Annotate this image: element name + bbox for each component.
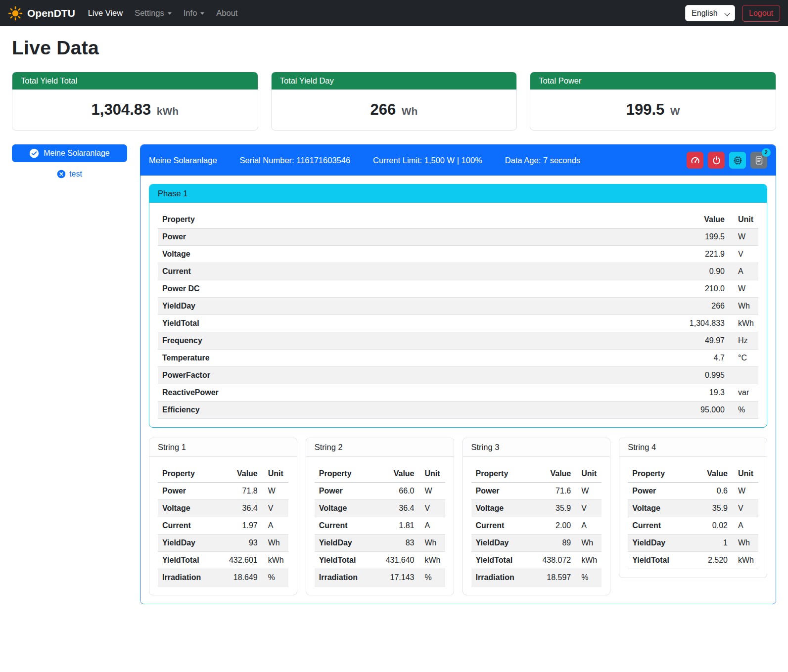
row-property: Power <box>628 483 691 500</box>
summary-value: 1,304.83 <box>92 101 151 118</box>
limit-settings-button[interactable] <box>687 152 703 169</box>
table-row: YieldTotal 431.640 kWh <box>315 552 445 569</box>
table-row: Current 0.90 A <box>158 263 758 280</box>
col-unit: Unit <box>262 465 288 483</box>
string-table: Property Value Unit Power <box>158 465 288 586</box>
row-unit: % <box>419 569 445 586</box>
row-value: 19.3 <box>499 384 729 402</box>
event-log-button[interactable]: 2 <box>750 152 767 169</box>
row-value: 432.601 <box>216 552 262 569</box>
string-table-head: Property Value Unit <box>315 465 445 483</box>
summary-unit: kWh <box>157 105 179 117</box>
row-value: 2.00 <box>529 517 575 535</box>
row-unit: var <box>729 384 758 402</box>
panel-actions: 2 <box>687 152 767 169</box>
row-property: Current <box>628 517 691 535</box>
row-unit: Wh <box>575 535 602 552</box>
row-unit: °C <box>729 350 758 367</box>
string-table-body: Power 71.8 W Voltage 36.4 V <box>158 483 288 586</box>
row-value: 95.000 <box>499 402 729 419</box>
cpu-icon <box>733 156 742 165</box>
inverter-name: Meine Solaranlage <box>149 156 217 165</box>
navbar: OpenDTU Live View Settings Info About En… <box>0 0 788 26</box>
row-unit: % <box>729 402 758 419</box>
table-row: YieldDay 1 Wh <box>628 535 758 552</box>
string-table-body: Power 0.6 W Voltage 35.9 V <box>628 483 758 569</box>
row-property: YieldDay <box>158 535 216 552</box>
col-property: Property <box>471 465 530 483</box>
table-header-row: Property Value Unit <box>471 465 602 483</box>
row-property: Current <box>471 517 530 535</box>
row-property: YieldTotal <box>315 552 373 569</box>
row-property: YieldDay <box>471 535 530 552</box>
row-property: Power <box>471 483 530 500</box>
col-value: Value <box>529 465 575 483</box>
row-value: 0.995 <box>499 367 729 384</box>
row-value: 35.9 <box>691 500 732 517</box>
row-property: Voltage <box>158 500 216 517</box>
row-value: 71.8 <box>216 483 262 500</box>
table-row: ReactivePower 19.3 var <box>158 384 758 402</box>
nav-links: Live View Settings Info About <box>82 4 244 22</box>
string-card-body: Property Value Unit Power <box>306 457 454 595</box>
table-row: Current 1.97 A <box>158 517 288 535</box>
main-area: Meine Solaranlage test Meine Solaranlage… <box>12 144 776 604</box>
device-info-button[interactable] <box>729 152 746 169</box>
table-row: Power 71.6 W <box>471 483 602 500</box>
row-unit: kWh <box>419 552 445 569</box>
row-unit: % <box>575 569 602 586</box>
string-card-3: String 3 Property Value Unit <box>463 438 611 595</box>
phase-table-head: Property Value Unit <box>158 211 758 228</box>
col-value: Value <box>499 211 729 228</box>
col-unit: Unit <box>575 465 602 483</box>
logout-button[interactable]: Logout <box>742 5 780 22</box>
table-row: Power 66.0 W <box>315 483 445 500</box>
gauge-icon <box>691 156 700 165</box>
table-row: Voltage 221.9 V <box>158 246 758 263</box>
sidebar-item-test[interactable]: test <box>12 170 127 179</box>
sidebar-item-label: test <box>69 170 82 179</box>
row-unit: A <box>732 517 758 535</box>
nav-settings[interactable]: Settings <box>129 4 178 22</box>
row-value: 36.4 <box>373 500 419 517</box>
row-value: 0.02 <box>691 517 732 535</box>
row-property: YieldDay <box>315 535 373 552</box>
summary-card-total-yield-total: Total Yield Total 1,304.83 kWh <box>12 72 258 131</box>
string-card-body: Property Value Unit Power <box>463 457 610 595</box>
string-table-body: Power 71.6 W Voltage 35.9 V <box>471 483 602 586</box>
table-row: Current 1.81 A <box>315 517 445 535</box>
inverter-panel: Meine Solaranlage Serial Number: 1161716… <box>140 144 776 604</box>
nav-info[interactable]: Info <box>178 4 211 22</box>
table-row: YieldDay 93 Wh <box>158 535 288 552</box>
col-property: Property <box>628 465 691 483</box>
summary-card-total-power: Total Power 199.5 W <box>530 72 776 131</box>
row-unit: V <box>262 500 288 517</box>
row-property: Current <box>315 517 373 535</box>
brand[interactable]: OpenDTU <box>8 6 75 21</box>
sidebar-item-meine-solaranlage[interactable]: Meine Solaranlage <box>12 144 127 162</box>
nav-live-view[interactable]: Live View <box>82 4 129 22</box>
row-value: 36.4 <box>216 500 262 517</box>
summary-unit: Wh <box>402 105 418 117</box>
table-row: YieldTotal 438.072 kWh <box>471 552 602 569</box>
string-card-title: String 2 <box>306 438 454 457</box>
nav-about[interactable]: About <box>210 4 243 22</box>
row-unit <box>729 367 758 384</box>
string-table-head: Property Value Unit <box>628 465 758 483</box>
row-unit: Wh <box>262 535 288 552</box>
string-card-title: String 4 <box>619 438 767 457</box>
row-unit: kWh <box>575 552 602 569</box>
table-row: Temperature 4.7 °C <box>158 350 758 367</box>
row-property: YieldDay <box>628 535 691 552</box>
power-button[interactable] <box>708 152 725 169</box>
row-unit: Wh <box>732 535 758 552</box>
nav-live-view-label: Live View <box>88 8 123 18</box>
row-value: 93 <box>216 535 262 552</box>
summary-unit: W <box>670 105 680 117</box>
journal-icon <box>754 156 764 165</box>
current-limit: Current Limit: 1,500 W | 100% <box>373 156 482 165</box>
row-property: Irradiation <box>315 569 373 586</box>
phase-table: Property Value Unit Power <box>158 211 758 419</box>
language-select[interactable]: English <box>685 5 735 21</box>
row-property: Current <box>158 263 499 280</box>
